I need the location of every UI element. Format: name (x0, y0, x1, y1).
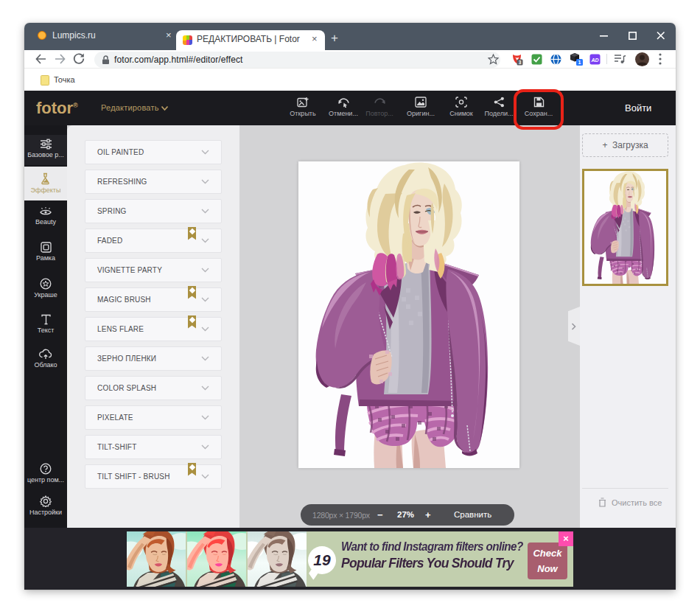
svg-text:1: 1 (578, 60, 581, 65)
svg-text:3: 3 (519, 60, 522, 65)
svg-text:AD: AD (590, 57, 598, 63)
